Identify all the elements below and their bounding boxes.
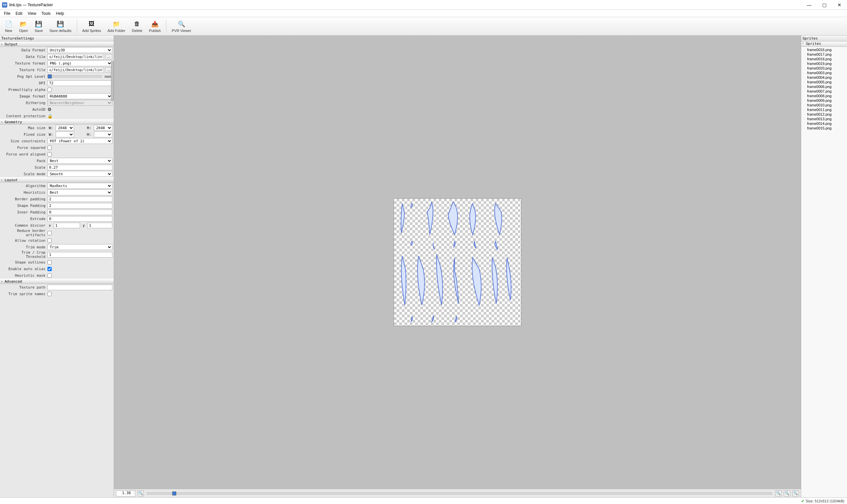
data-file-browse-button[interactable]: ... — [105, 54, 112, 60]
add-folder-button[interactable]: 📁Add Folder — [105, 19, 129, 34]
heuristics-select[interactable]: Best — [48, 190, 112, 195]
app-icon: TP — [2, 2, 7, 7]
list-item[interactable]: frame0004.png — [807, 75, 847, 80]
list-item[interactable]: frame0013.png — [807, 116, 847, 121]
list-item[interactable]: frame0018.png — [807, 57, 847, 61]
zoom-slider[interactable] — [147, 492, 772, 494]
publish-button[interactable]: 📤Publish — [146, 19, 164, 34]
png-opt-slider[interactable] — [48, 75, 102, 77]
section-output[interactable]: Output — [0, 41, 114, 47]
pvr-viewer-button[interactable]: 🔍PVR Viewer — [168, 19, 194, 34]
menu-help[interactable]: Help — [53, 10, 67, 17]
save-defaults-button[interactable]: 💾Save defaults — [46, 19, 75, 34]
trim-sprite-names-checkbox[interactable] — [48, 292, 52, 296]
trim-threshold-input[interactable] — [48, 252, 112, 257]
sprites-tree-header[interactable]: Sprites — [801, 41, 847, 47]
list-item[interactable]: frame0016.png — [807, 48, 847, 52]
max-h-select[interactable]: 2048 — [94, 125, 112, 131]
label-dithering: Dithering — [1, 101, 48, 105]
menu-tools[interactable]: Tools — [39, 10, 53, 17]
label-trim-threshold: Trim / Crop Threshold — [1, 250, 48, 259]
save-icon: 💾 — [35, 20, 42, 28]
max-w-select[interactable]: 2048 — [56, 125, 74, 131]
label-shape-outlines: Shape outlines — [1, 260, 48, 265]
zoom-out-button[interactable]: 🔍 — [775, 490, 782, 497]
section-geometry[interactable]: Geometry — [0, 119, 114, 125]
heuristic-mask-checkbox[interactable] — [48, 273, 52, 278]
force-word-aligned-checkbox[interactable] — [48, 152, 52, 157]
dpi-input[interactable] — [48, 80, 112, 86]
dithering-select[interactable]: NearestNeighbour — [48, 100, 112, 106]
save-button[interactable]: 💾Save — [31, 19, 46, 34]
status-text: Size: 512x512 (1024kB) — [806, 499, 844, 503]
zoom-value-input[interactable]: 1.38 — [116, 490, 136, 497]
auto-alias-checkbox[interactable] — [48, 267, 52, 271]
lock-icon[interactable]: 🔒 — [48, 114, 53, 119]
open-label: Open — [19, 29, 28, 33]
texture-path-input[interactable] — [48, 285, 112, 290]
list-item[interactable]: frame0015.png — [807, 126, 847, 130]
menu-file[interactable]: File — [1, 10, 13, 17]
data-file-input[interactable] — [48, 54, 104, 60]
list-item[interactable]: frame0014.png — [807, 121, 847, 126]
list-item[interactable]: frame0019.png — [807, 61, 847, 66]
zoom-in-button[interactable]: 🔍 — [792, 490, 799, 497]
list-item[interactable]: frame0011.png — [807, 107, 847, 112]
scale-input[interactable] — [48, 165, 112, 170]
trim-mode-select[interactable]: Trim — [48, 244, 112, 250]
list-item[interactable]: frame0017.png — [807, 52, 847, 57]
minimize-button[interactable]: — — [801, 0, 817, 10]
image-format-select[interactable]: RGBA8888 — [48, 93, 112, 99]
list-item[interactable]: frame0005.png — [807, 80, 847, 84]
close-button[interactable]: ✕ — [832, 0, 847, 10]
texture-format-select[interactable]: PNG (.png) — [48, 60, 112, 66]
common-divisor-x-input[interactable] — [54, 223, 80, 228]
label-texture-path: Texture path — [1, 285, 48, 290]
add-sprites-button[interactable]: 🖼Add Sprites — [79, 19, 105, 34]
texture-viewport[interactable] — [114, 36, 801, 489]
shape-padding-input[interactable] — [48, 203, 112, 209]
reduce-border-checkbox[interactable] — [48, 231, 52, 235]
list-item[interactable]: frame0008.png — [807, 93, 847, 98]
list-item[interactable]: frame0020.png — [807, 66, 847, 71]
list-item[interactable]: frame0010.png — [807, 103, 847, 107]
new-button[interactable]: 📄New — [1, 19, 16, 34]
pvr-viewer-label: PVR Viewer — [172, 29, 191, 33]
texture-file-input[interactable] — [48, 67, 104, 73]
zoom-fit-button[interactable]: 🔍 — [138, 490, 144, 497]
maximize-button[interactable]: ▢ — [817, 0, 832, 10]
gear-icon[interactable]: ⚙ — [48, 107, 52, 112]
list-item[interactable]: frame0009.png — [807, 98, 847, 103]
list-item[interactable]: frame0012.png — [807, 112, 847, 116]
pack-select[interactable]: Best — [48, 158, 112, 164]
menu-view[interactable]: View — [25, 10, 39, 17]
premultiply-checkbox[interactable] — [48, 88, 52, 92]
inner-padding-input[interactable] — [48, 210, 112, 215]
check-icon: ✔ — [801, 499, 805, 503]
algorithm-select[interactable]: MaxRects — [48, 183, 112, 189]
common-divisor-y-input[interactable] — [87, 223, 112, 228]
label-inner-padding: Inner Padding — [1, 210, 48, 214]
extrude-input[interactable] — [48, 216, 112, 222]
allow-rotation-checkbox[interactable] — [48, 238, 52, 243]
list-item[interactable]: frame0006.png — [807, 84, 847, 89]
scrollbar[interactable] — [111, 61, 114, 101]
list-item[interactable]: frame0007.png — [807, 89, 847, 93]
label-size-constraints: Size constraints — [1, 139, 48, 143]
zoom-actual-button[interactable]: 🔍 — [784, 490, 790, 497]
fixed-h-select[interactable] — [94, 131, 112, 137]
open-button[interactable]: 📂Open — [16, 19, 31, 34]
fixed-w-select[interactable] — [56, 131, 74, 137]
force-squared-checkbox[interactable] — [48, 146, 52, 150]
border-padding-input[interactable] — [48, 196, 112, 202]
data-format-select[interactable]: Unity3D — [48, 47, 112, 53]
pvr-viewer-icon: 🔍 — [178, 20, 185, 28]
size-constraints-select[interactable]: POT (Power of 2) — [48, 138, 112, 144]
menu-edit[interactable]: Edit — [13, 10, 25, 17]
scale-mode-select[interactable]: Smooth — [48, 171, 112, 177]
delete-button[interactable]: 🗑Delete — [128, 19, 146, 34]
section-advanced[interactable]: Advanced — [0, 279, 114, 284]
list-item[interactable]: frame0003.png — [807, 71, 847, 75]
shape-outlines-checkbox[interactable] — [48, 260, 52, 265]
section-layout[interactable]: Layout — [0, 177, 114, 182]
